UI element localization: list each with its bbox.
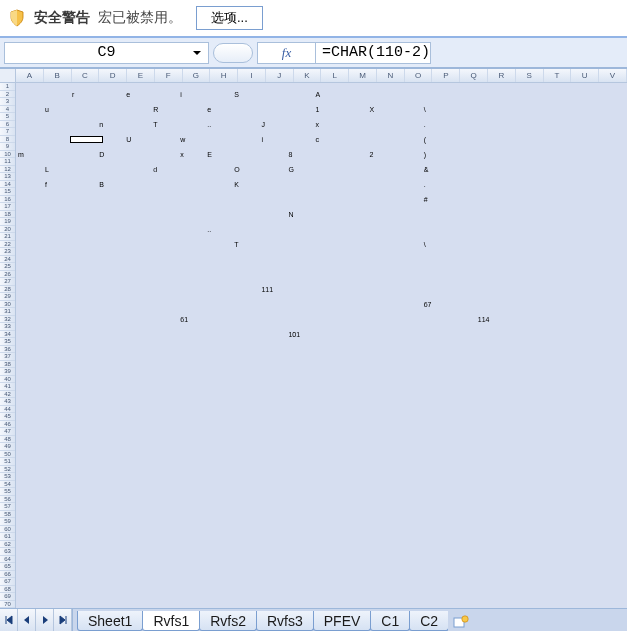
row-header[interactable]: 21 — [0, 233, 15, 241]
row-header[interactable]: 45 — [0, 413, 15, 421]
row-header[interactable]: 41 — [0, 383, 15, 391]
name-box[interactable]: C9 — [4, 42, 209, 64]
row-header[interactable]: 44 — [0, 406, 15, 414]
column-header[interactable]: E — [127, 69, 155, 82]
cell[interactable]: u — [45, 106, 49, 113]
row-header[interactable]: 22 — [0, 241, 15, 249]
cell[interactable]: \ — [424, 241, 426, 248]
sheet-tab[interactable]: С1 — [370, 611, 410, 631]
row-header[interactable]: 17 — [0, 203, 15, 211]
row-header[interactable]: 11 — [0, 158, 15, 166]
row-header[interactable]: 19 — [0, 218, 15, 226]
cell[interactable]: . — [424, 181, 426, 188]
cell[interactable]: . — [424, 121, 426, 128]
row-header[interactable]: 56 — [0, 496, 15, 504]
sheet-tab[interactable]: Rvfs3 — [256, 611, 314, 631]
cell[interactable]: A — [316, 91, 321, 98]
cell[interactable]: 67 — [424, 301, 432, 308]
row-header[interactable]: 42 — [0, 391, 15, 399]
formula-input[interactable]: =CHAR(110-2) — [315, 42, 431, 64]
cell[interactable]: \ — [424, 106, 426, 113]
row-header[interactable]: 47 — [0, 428, 15, 436]
cell[interactable]: i — [261, 136, 263, 143]
cell[interactable]: R — [153, 106, 158, 113]
row-header[interactable]: 38 — [0, 361, 15, 369]
row-header[interactable]: 8 — [0, 136, 15, 144]
row-header[interactable]: 25 — [0, 263, 15, 271]
row-header[interactable]: 35 — [0, 338, 15, 346]
row-header[interactable]: 16 — [0, 196, 15, 204]
row-header[interactable]: 15 — [0, 188, 15, 196]
row-header[interactable]: 58 — [0, 511, 15, 519]
cell[interactable]: B — [99, 181, 104, 188]
cell[interactable]: O — [234, 166, 239, 173]
cell[interactable]: r — [72, 91, 74, 98]
sheet-tab[interactable]: PFEV — [313, 611, 372, 631]
column-header[interactable]: A — [16, 69, 44, 82]
row-header[interactable]: 37 — [0, 353, 15, 361]
row-header[interactable]: 34 — [0, 331, 15, 339]
cell[interactable]: J — [261, 121, 265, 128]
row-header[interactable]: 20 — [0, 226, 15, 234]
column-header[interactable]: M — [349, 69, 377, 82]
row-header[interactable]: 48 — [0, 436, 15, 444]
cell[interactable]: d — [153, 166, 157, 173]
column-header[interactable]: B — [44, 69, 72, 82]
row-header[interactable]: 24 — [0, 256, 15, 264]
cell[interactable]: m — [18, 151, 24, 158]
column-header[interactable]: N — [377, 69, 405, 82]
fx-icon[interactable]: fx — [257, 42, 315, 64]
cell[interactable]: U — [126, 136, 131, 143]
row-header[interactable]: 65 — [0, 563, 15, 571]
column-header[interactable]: P — [432, 69, 460, 82]
row-header[interactable]: 46 — [0, 421, 15, 429]
row-header[interactable]: 7 — [0, 128, 15, 136]
cell[interactable]: ) — [424, 151, 426, 158]
row-header[interactable]: 61 — [0, 533, 15, 541]
row-header[interactable]: 10 — [0, 151, 15, 159]
row-header[interactable]: 54 — [0, 481, 15, 489]
row-header[interactable]: 49 — [0, 443, 15, 451]
row-header[interactable]: 12 — [0, 166, 15, 174]
sheet-tab[interactable]: Rvfs1 — [142, 611, 200, 631]
row-header[interactable]: 27 — [0, 278, 15, 286]
column-header[interactable]: Q — [460, 69, 488, 82]
cell[interactable]: 111 — [261, 286, 273, 293]
cell[interactable]: 8 — [288, 151, 292, 158]
column-header[interactable]: S — [516, 69, 544, 82]
row-header[interactable]: 3 — [0, 98, 15, 106]
cell[interactable]: w — [180, 136, 185, 143]
column-header[interactable]: U — [571, 69, 599, 82]
sheet-tab[interactable]: С2 — [409, 611, 448, 631]
row-header[interactable]: 1 — [0, 83, 15, 91]
column-header[interactable]: G — [183, 69, 211, 82]
row-header[interactable]: 53 — [0, 473, 15, 481]
cell[interactable]: x — [316, 121, 320, 128]
row-header[interactable]: 39 — [0, 368, 15, 376]
cell[interactable]: c — [316, 136, 320, 143]
tab-nav-first[interactable] — [0, 609, 18, 631]
column-header[interactable]: K — [294, 69, 322, 82]
cell[interactable]: & — [424, 166, 429, 173]
cell[interactable]: f — [45, 181, 47, 188]
row-header[interactable]: 60 — [0, 526, 15, 534]
row-header[interactable]: 70 — [0, 601, 15, 609]
security-options-button[interactable]: 选项... — [196, 6, 263, 30]
cell[interactable]: E — [207, 151, 212, 158]
cell[interactable]: 101 — [288, 331, 300, 338]
row-header[interactable]: 69 — [0, 593, 15, 601]
cell[interactable]: G — [288, 166, 293, 173]
column-header[interactable]: R — [488, 69, 516, 82]
row-header[interactable]: 26 — [0, 271, 15, 279]
row-header[interactable]: 14 — [0, 181, 15, 189]
tab-nav-next[interactable] — [36, 609, 54, 631]
column-header[interactable]: V — [599, 69, 627, 82]
cell[interactable]: D — [99, 151, 104, 158]
row-header[interactable]: 30 — [0, 301, 15, 309]
cell[interactable]: # — [424, 196, 428, 203]
row-header[interactable]: 57 — [0, 503, 15, 511]
cell[interactable]: 61 — [180, 316, 188, 323]
row-header[interactable]: 5 — [0, 113, 15, 121]
cell[interactable]: e — [126, 91, 130, 98]
row-header[interactable]: 43 — [0, 398, 15, 406]
